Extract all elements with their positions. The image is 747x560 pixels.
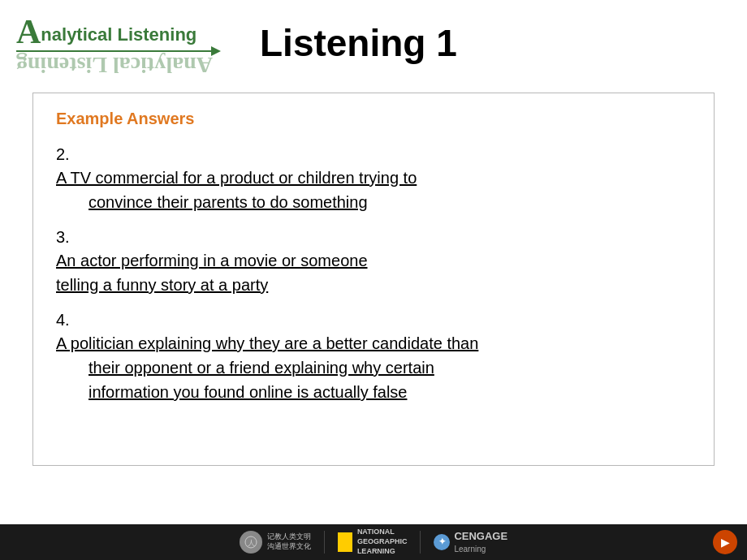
footer-divider-2 bbox=[420, 531, 421, 554]
header: A nalytical Listening Analytical Listeni… bbox=[0, 0, 747, 76]
answer-text-4-line3: information you found online is actually… bbox=[56, 380, 691, 404]
answer-item-3: 3. An actor performing in a movie or som… bbox=[56, 226, 691, 297]
logo-underline bbox=[16, 50, 211, 52]
example-heading: Example Answers bbox=[56, 110, 691, 128]
publisher1-text: 记教人类文明 沟通世界文化 bbox=[267, 532, 311, 551]
logo-text: nalytical Listening bbox=[41, 18, 196, 45]
footer-nav-arrow: ▶ bbox=[721, 536, 730, 549]
answer-number-4: 4. bbox=[56, 311, 70, 329]
answer-text-4-line1: A politician explaining why they are a b… bbox=[56, 331, 691, 355]
nat-geo-text: NATIONAL GEOGRAPHIC LEARNING bbox=[357, 528, 408, 556]
answer-item-2: 2. A TV commercial for a product or chil… bbox=[56, 143, 691, 214]
answer-number-2: 2. bbox=[56, 145, 70, 163]
svg-text:人: 人 bbox=[247, 539, 254, 547]
answer-text-2-line1: A TV commercial for a product or childre… bbox=[56, 166, 691, 190]
logo-mirror: Analytical Listening bbox=[16, 54, 213, 76]
footer: 人 记教人类文明 沟通世界文化 NATIONAL GEOGRAPHIC LEAR… bbox=[0, 524, 747, 560]
nat-geo-yellow-bar bbox=[338, 532, 352, 552]
answer-text-4-line2: their opponent or a friend explaining wh… bbox=[56, 355, 691, 380]
answer-item-4: 4. A politician explaining why they are … bbox=[56, 308, 691, 404]
logo-a-letter: A bbox=[16, 15, 41, 49]
cengage-name: CENGAGE bbox=[454, 530, 507, 544]
footer-publisher1: 人 记教人类文明 沟通世界文化 bbox=[240, 531, 311, 554]
content-area: Example Answers 2. A TV commercial for a… bbox=[32, 93, 715, 466]
logo-top: A nalytical Listening bbox=[16, 15, 196, 49]
answer-text-3-line1: An actor performing in a movie or someon… bbox=[56, 248, 691, 273]
answer-number-3: 3. bbox=[56, 228, 70, 246]
listening-title: Listening 1 bbox=[260, 21, 457, 65]
answer-text-3-line2: telling a funny story at a party bbox=[56, 273, 691, 297]
cengage-icon: ✦ bbox=[434, 534, 450, 550]
answer-text-2-line2: convince their parents to do something bbox=[56, 190, 691, 214]
footer-nav-button[interactable]: ▶ bbox=[713, 530, 737, 554]
footer-cengage: ✦ CENGAGE Learning bbox=[434, 530, 507, 554]
footer-nat-geo: NATIONAL GEOGRAPHIC LEARNING bbox=[338, 528, 408, 556]
publisher1-icon: 人 bbox=[240, 531, 262, 554]
cengage-sub: Learning bbox=[454, 544, 507, 554]
logo-area: A nalytical Listening Analytical Listeni… bbox=[16, 15, 227, 76]
footer-divider-1 bbox=[324, 531, 325, 554]
